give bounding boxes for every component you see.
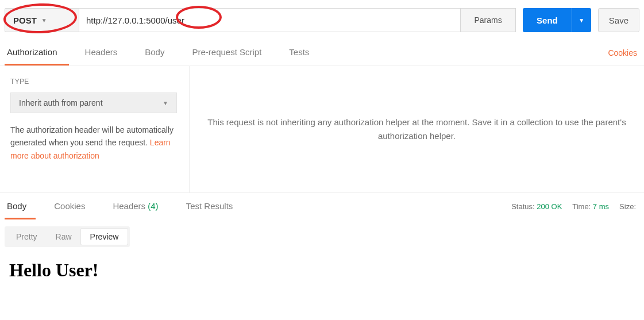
- tab-tests[interactable]: Tests: [287, 40, 321, 65]
- response-tab-cookies[interactable]: Cookies: [52, 193, 94, 219]
- auth-type-label: TYPE: [10, 78, 179, 86]
- status-label: Status:: [511, 202, 534, 211]
- response-tab-body[interactable]: Body: [5, 193, 36, 219]
- auth-help-text: The authorization header will be automat…: [10, 124, 179, 162]
- send-button[interactable]: Send: [523, 8, 572, 32]
- request-tabs: Authorization Headers Body Pre-request S…: [0, 40, 644, 66]
- size-label: Size:: [619, 202, 636, 211]
- headers-count: (4): [148, 201, 158, 211]
- auth-inherit-message: This request is not inheriting any autho…: [207, 115, 627, 143]
- response-meta: Status: 200 OK Time: 7 ms Size:: [511, 202, 639, 211]
- caret-down-icon: ▼: [41, 17, 47, 24]
- http-method-value: POST: [13, 16, 37, 25]
- tab-prerequest-script[interactable]: Pre-request Script: [190, 40, 273, 65]
- send-options-button[interactable]: ▼: [572, 8, 591, 32]
- time-label: Time:: [572, 202, 591, 211]
- view-pretty[interactable]: Pretty: [7, 229, 47, 245]
- http-method-select[interactable]: POST ▼: [5, 8, 79, 32]
- authorization-panel: TYPE Inherit auth from parent ▼ The auth…: [0, 66, 644, 192]
- auth-type-value: Inherit auth from parent: [19, 98, 103, 107]
- params-button[interactable]: Params: [461, 8, 516, 32]
- response-tabs: Body Cookies Headers (4) Test Results St…: [0, 192, 644, 219]
- auth-help-sentence: The authorization header will be automat…: [10, 125, 173, 147]
- auth-left-pane: TYPE Inherit auth from parent ▼ The auth…: [0, 66, 190, 192]
- response-tab-headers-label: Headers: [113, 201, 145, 211]
- tab-body[interactable]: Body: [142, 40, 176, 65]
- tab-authorization[interactable]: Authorization: [5, 40, 69, 65]
- caret-down-icon: ▼: [579, 17, 584, 24]
- response-tab-headers[interactable]: Headers (4): [110, 193, 167, 219]
- cookies-link[interactable]: Cookies: [606, 41, 639, 64]
- view-preview[interactable]: Preview: [81, 229, 128, 245]
- preview-heading: Hello User!: [9, 260, 635, 281]
- response-preview: Hello User!: [0, 254, 644, 287]
- response-view-toggle: Pretty Raw Preview: [0, 219, 644, 254]
- request-bar: POST ▼ Params Send ▼ Save: [0, 0, 644, 40]
- view-raw[interactable]: Raw: [47, 229, 81, 245]
- status-value: 200 OK: [537, 202, 562, 211]
- auth-right-pane: This request is not inheriting any autho…: [190, 66, 644, 192]
- caret-down-icon: ▼: [163, 100, 168, 106]
- response-tab-test-results[interactable]: Test Results: [184, 193, 242, 219]
- time-value: 7 ms: [593, 202, 609, 211]
- auth-type-select[interactable]: Inherit auth from parent ▼: [10, 92, 177, 113]
- tab-headers[interactable]: Headers: [83, 40, 129, 65]
- url-input[interactable]: [79, 8, 461, 32]
- save-button[interactable]: Save: [598, 8, 639, 32]
